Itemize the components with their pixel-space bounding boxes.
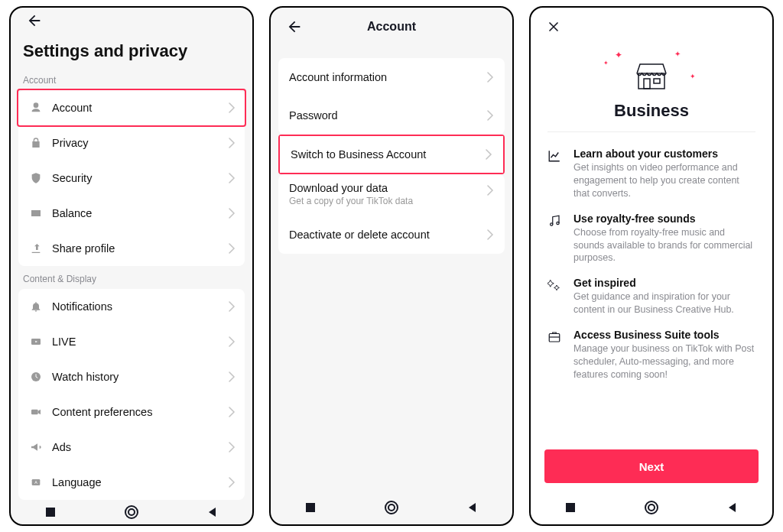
- row-download-data[interactable]: Download your data Get a copy of your Ti…: [278, 174, 505, 216]
- svg-marker-24: [729, 503, 736, 512]
- svg-point-13: [388, 504, 395, 511]
- screen-account: Account Account information Password Swi…: [269, 6, 514, 526]
- row-label: Watch history: [44, 371, 228, 383]
- row-deactivate[interactable]: Deactivate or delete account: [278, 216, 505, 254]
- nav-home-button[interactable]: [110, 500, 153, 524]
- triangle-left-icon: [206, 506, 219, 518]
- music-icon: [547, 212, 566, 265]
- next-button[interactable]: Next: [544, 449, 759, 483]
- circle-icon: [124, 504, 139, 520]
- nav-home-button[interactable]: [630, 495, 673, 520]
- account-card: Account Privacy Security Balance: [18, 90, 245, 266]
- row-label: Password: [289, 109, 486, 122]
- nav-recent-button[interactable]: [31, 501, 70, 523]
- row-label: Switch to Business Account: [291, 148, 485, 161]
- android-navbar: [271, 491, 512, 524]
- row-label: Ads: [44, 441, 228, 453]
- row-label: Account information: [289, 71, 486, 83]
- chevron-right-icon: [228, 442, 236, 453]
- feature-sounds: Use royalty-free sounds Choose from roya…: [531, 205, 772, 270]
- row-balance[interactable]: Balance: [18, 196, 245, 231]
- storefront-icon: [632, 60, 671, 92]
- row-language[interactable]: A Language: [18, 465, 245, 500]
- row-label: Content preferences: [44, 406, 228, 418]
- feature-suite: Access Business Suite tools Manage your …: [531, 321, 772, 386]
- close-button[interactable]: [541, 15, 566, 39]
- android-navbar: [531, 491, 772, 524]
- chevron-right-icon: [228, 102, 236, 113]
- row-ads[interactable]: Ads: [18, 430, 245, 465]
- chevron-right-icon: [486, 110, 494, 121]
- nav-back-button[interactable]: [193, 501, 232, 523]
- back-button[interactable]: [21, 8, 47, 34]
- triangle-left-icon: [466, 501, 479, 514]
- row-account-information[interactable]: Account information: [278, 58, 505, 96]
- row-notifications[interactable]: Notifications: [18, 289, 245, 324]
- chevron-right-icon: [228, 477, 236, 488]
- svg-text:A: A: [34, 480, 37, 485]
- svg-point-23: [648, 504, 655, 511]
- row-label: Security: [44, 172, 228, 184]
- row-label: LIVE: [44, 336, 228, 348]
- page-title: Account: [271, 20, 512, 34]
- megaphone-icon: [28, 441, 44, 453]
- wallet-icon: [28, 207, 44, 219]
- svg-point-9: [128, 509, 135, 515]
- chevron-right-icon: [228, 371, 236, 382]
- row-security[interactable]: Security: [18, 161, 245, 196]
- feature-inspired: Get inspired Get guidance and inspiratio…: [531, 269, 772, 321]
- shield-icon: [28, 172, 44, 184]
- row-label: Share profile: [44, 242, 228, 255]
- chevron-right-icon: [228, 301, 236, 312]
- nav-back-button[interactable]: [713, 497, 752, 518]
- business-title: Business: [614, 101, 689, 121]
- feature-title: Use royalty-free sounds: [573, 212, 755, 225]
- feature-desc: Choose from royalty-free music and sound…: [573, 226, 755, 265]
- person-icon: [28, 102, 44, 114]
- chevron-right-icon: [228, 336, 236, 347]
- topbar: [11, 8, 252, 34]
- highlight-account: Account: [17, 89, 246, 127]
- svg-rect-3: [31, 410, 38, 415]
- screen-settings: Settings and privacy Account Account Pri…: [9, 6, 254, 526]
- row-share-profile[interactable]: Share profile: [18, 231, 245, 266]
- feature-desc: Get insights on video performance and en…: [573, 161, 755, 200]
- row-content-preferences[interactable]: Content preferences: [18, 394, 245, 430]
- square-icon: [564, 501, 577, 514]
- svg-point-18: [551, 222, 553, 225]
- row-label: Notifications: [44, 300, 228, 313]
- svg-point-12: [385, 501, 398, 514]
- account-settings-card: Account information Password: [278, 58, 505, 135]
- chevron-right-icon: [228, 407, 236, 417]
- nav-back-button[interactable]: [453, 497, 492, 518]
- svg-rect-11: [306, 503, 315, 512]
- chevron-right-icon: [486, 229, 494, 240]
- clock-icon: [28, 371, 44, 383]
- row-live[interactable]: LIVE: [18, 324, 245, 359]
- row-privacy[interactable]: Privacy: [18, 125, 245, 161]
- highlight-switch-business: Switch to Business Account: [278, 135, 505, 174]
- nav-recent-button[interactable]: [291, 497, 330, 518]
- live-icon: [28, 336, 44, 348]
- feature-title: Get inspired: [573, 277, 755, 289]
- circle-icon: [384, 500, 399, 515]
- nav-home-button[interactable]: [370, 495, 413, 520]
- feature-title: Learn about your customers: [573, 148, 755, 160]
- row-label: Account: [44, 102, 228, 114]
- row-account[interactable]: Account: [18, 90, 245, 125]
- svg-marker-10: [209, 508, 216, 517]
- lock-icon: [28, 137, 44, 149]
- row-switch-business[interactable]: Switch to Business Account: [280, 136, 503, 173]
- topbar: Account: [271, 8, 512, 46]
- row-watch-history[interactable]: Watch history: [18, 359, 245, 394]
- feature-learn: Learn about your customers Get insights …: [531, 140, 772, 205]
- triangle-left-icon: [726, 501, 739, 514]
- content-card: Notifications LIVE Watch history Content…: [18, 289, 245, 500]
- page-title: Settings and privacy: [11, 34, 252, 75]
- row-label: Language: [44, 476, 228, 488]
- circle-icon: [644, 500, 659, 515]
- row-password[interactable]: Password: [278, 96, 505, 135]
- account-settings-card-2: Download your data Get a copy of your Ti…: [278, 174, 505, 254]
- nav-recent-button[interactable]: [551, 497, 590, 518]
- svg-point-22: [645, 501, 658, 514]
